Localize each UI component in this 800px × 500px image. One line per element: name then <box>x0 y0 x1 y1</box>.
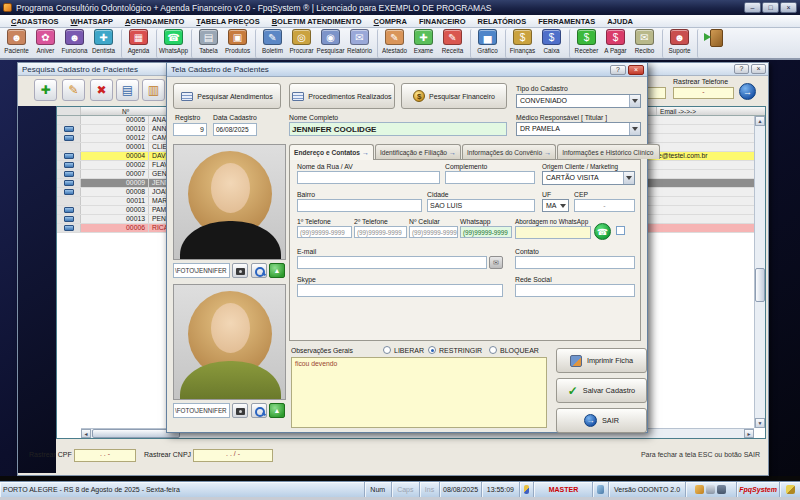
scroll-left-button[interactable]: ◄ <box>81 429 91 438</box>
delete-record-button[interactable]: ✖ <box>90 79 113 101</box>
financas-button[interactable]: $ Finanças <box>505 29 537 58</box>
maximize-button[interactable]: □ <box>762 2 779 13</box>
complemento-field[interactable] <box>445 171 535 184</box>
dialog-help-button[interactable]: ? <box>610 65 626 75</box>
search-phone-go-button[interactable]: → <box>739 83 756 100</box>
monitor-icon[interactable] <box>717 485 726 494</box>
bairro-field[interactable] <box>297 199 422 212</box>
tipo-cadastro-select[interactable]: CONVENIADO <box>516 94 641 108</box>
scroll-right-button[interactable]: ► <box>744 429 754 438</box>
receber-button[interactable]: $ Receber <box>569 29 601 58</box>
grafico-button[interactable]: ▅ Gráfico <box>470 29 502 58</box>
folder-icon[interactable] <box>695 485 704 494</box>
contato-field[interactable] <box>515 256 635 269</box>
contacts-button[interactable]: ▥ <box>142 79 165 101</box>
edit-record-button[interactable]: ✎ <box>62 79 85 101</box>
rede-social-field[interactable] <box>515 284 635 297</box>
menu-item[interactable]: FINANCEIRO <box>413 17 472 26</box>
registro-field[interactable]: 9 <box>173 123 207 136</box>
aniversario-button[interactable]: ✿ Aniver <box>31 29 60 58</box>
dentista-button[interactable]: ✚ Dentista <box>89 29 118 58</box>
photo-path-field-1[interactable]: \FOTO\JENNIFER <box>173 263 230 278</box>
printer-icon[interactable] <box>706 485 715 494</box>
print-record-button[interactable]: Imprimir Ficha <box>556 348 647 373</box>
medico-select[interactable]: DR PAMELA <box>516 122 641 136</box>
tab[interactable]: Endereço e Contatos→ <box>289 144 374 160</box>
cep-field[interactable]: - <box>574 199 635 212</box>
procedures-button[interactable]: Procedimentos Realizados <box>289 83 395 109</box>
receita-button[interactable]: ✎ Receita <box>438 29 467 58</box>
search-financial-button[interactable]: $ Pesquisar Financeiro <box>401 83 507 109</box>
exit-dialog-button[interactable]: → SAIR <box>556 408 647 433</box>
menu-item[interactable]: TABELA PREÇOS <box>190 17 265 26</box>
produtos-button[interactable]: ▣ Produtos <box>223 29 252 58</box>
menu-item[interactable]: AJUDA <box>601 17 639 26</box>
tel2-field[interactable]: (99)99999-9999 <box>354 226 407 238</box>
observacoes-textarea[interactable]: ficou devendo <box>291 357 547 428</box>
celular-field[interactable]: (99)99999-9999 <box>409 226 458 238</box>
boletim-button[interactable]: ✎ Boletim <box>255 29 287 58</box>
dialog-close-button[interactable]: × <box>628 65 644 75</box>
photo-path-field-2[interactable]: \FOTO\JENNIFER <box>173 403 230 418</box>
apagar-button[interactable]: $ A Pagar <box>601 29 630 58</box>
add-record-button[interactable]: ✚ <box>34 79 57 101</box>
whatsapp-button[interactable]: ☎ WhatsApp <box>156 29 188 58</box>
menu-item[interactable]: RELATÓRIOS <box>472 17 533 26</box>
relatorio-button[interactable]: ✉ Relatório <box>345 29 374 58</box>
origem-select[interactable]: CARTÃO VISITA <box>542 171 635 185</box>
atestado-button[interactable]: ✎ Atestado <box>377 29 409 58</box>
send-email-button[interactable]: ✉ <box>489 256 503 269</box>
camera-button[interactable] <box>232 263 248 278</box>
abordagem-field[interactable] <box>515 226 591 239</box>
menu-item[interactable]: AGENDAMENTO <box>119 17 190 26</box>
tab[interactable]: Informações do Convênio→ <box>462 144 556 159</box>
scroll-down-button[interactable]: ▼ <box>755 418 765 428</box>
minimize-button[interactable]: – <box>744 2 761 13</box>
scroll-up-button[interactable]: ▲ <box>755 116 765 126</box>
radio-option[interactable]: RESTRINGIR <box>428 346 482 354</box>
search-visits-button[interactable]: Pesquisar Atendimentos <box>173 83 281 109</box>
zoom-photo-button[interactable] <box>251 403 267 418</box>
save-record-button[interactable]: ✓ Salvar Cadastro <box>556 378 647 403</box>
panel-close-button[interactable]: × <box>751 64 766 74</box>
print-button[interactable]: ▤ <box>116 79 139 101</box>
suporte-button[interactable]: ☻ Suporte <box>662 29 694 58</box>
rua-field[interactable] <box>297 171 440 184</box>
vertical-scrollbar[interactable]: ▲ ▼ <box>754 116 765 428</box>
email-field[interactable] <box>297 256 487 269</box>
menu-item[interactable]: FERRAMENTAS <box>532 17 601 26</box>
radio-option[interactable]: BLOQUEAR <box>489 346 539 354</box>
tel1-field[interactable]: (99)99999-9999 <box>297 226 352 238</box>
panel-help-button[interactable]: ? <box>734 64 749 74</box>
whatsapp-send-icon[interactable]: ☎ <box>594 223 611 240</box>
paciente-button[interactable]: ☻ Paciente <box>2 29 31 58</box>
search-cpf-field[interactable]: . . - <box>74 449 136 462</box>
procurar-button[interactable]: ◎ Procurar <box>287 29 316 58</box>
exame-button[interactable]: ✚ Exame <box>409 29 438 58</box>
close-button[interactable]: × <box>780 2 797 13</box>
scroll-thumb[interactable] <box>755 268 765 302</box>
search-cnpj-field[interactable]: . . / - <box>193 449 273 462</box>
cidade-field[interactable]: SAO LUIS <box>427 199 535 212</box>
menu-item[interactable]: BOLETIM ATENDIMENTO <box>266 17 368 26</box>
load-photo-button[interactable]: ▲ <box>269 403 285 418</box>
menu-item[interactable]: CADASTROS <box>5 17 65 26</box>
camera-button[interactable] <box>232 403 248 418</box>
whatsapp-field[interactable]: (99)99999-9999 <box>460 226 512 238</box>
funcionario-button[interactable]: ☻ Funciona <box>60 29 89 58</box>
tab[interactable]: Informações e Histórico Clínico <box>557 144 660 159</box>
radio-option[interactable]: LIBERAR <box>383 346 424 354</box>
nome-completo-field[interactable]: JENNIFER COOLIDGE <box>289 122 507 136</box>
zoom-photo-button[interactable] <box>251 263 267 278</box>
recibo-button[interactable]: ✉ Recibo <box>630 29 659 58</box>
uf-select[interactable]: MA <box>542 199 569 212</box>
tabela-button[interactable]: ▤ Tabela <box>191 29 223 58</box>
pesquisar-button[interactable]: ◉ Pesquisar <box>316 29 345 58</box>
menu-item[interactable]: COMPRA <box>368 17 413 26</box>
load-photo-button[interactable]: ▲ <box>269 263 285 278</box>
sair-door-button[interactable] <box>697 29 729 58</box>
skype-field[interactable] <box>297 284 503 297</box>
menu-item[interactable]: WHATSAPP <box>65 17 119 26</box>
whatsapp-checkbox[interactable] <box>616 226 625 235</box>
agenda-button[interactable]: ▦ Agenda <box>121 29 153 58</box>
